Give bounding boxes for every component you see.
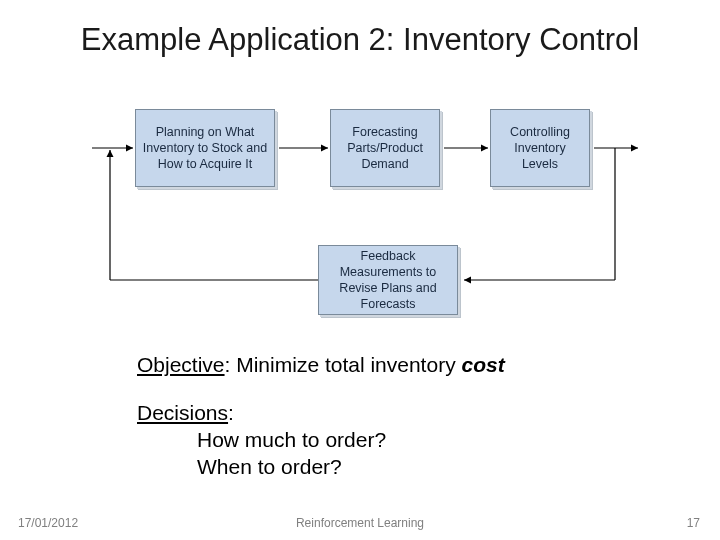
decision-2: When to order?: [137, 454, 386, 481]
diagram-box-planning: Planning on What Inventory to Stock and …: [135, 109, 275, 187]
slide: Example Application 2: Inventory Control: [0, 0, 720, 540]
objective-label: Objective: [137, 353, 225, 376]
decisions-block: Decisions: How much to order? When to or…: [137, 400, 386, 481]
decision-1: How much to order?: [137, 427, 386, 454]
decisions-colon: :: [228, 401, 234, 424]
diagram-box-feedback: Feedback Measurements to Revise Plans an…: [318, 245, 458, 315]
objective-body: : Minimize total inventory: [225, 353, 462, 376]
slide-title: Example Application 2: Inventory Control: [0, 22, 720, 58]
objective-line: Objective: Minimize total inventory cost: [137, 352, 505, 379]
footer-center: Reinforcement Learning: [0, 516, 720, 530]
diagram-box-forecasting: Forecasting Parts/Product Demand: [330, 109, 440, 187]
footer-page: 17: [687, 516, 700, 530]
diagram-container: Planning on What Inventory to Stock and …: [80, 95, 645, 325]
objective-cost: cost: [461, 353, 504, 376]
decisions-label: Decisions: [137, 401, 228, 424]
diagram-box-controlling: Controlling Inventory Levels: [490, 109, 590, 187]
